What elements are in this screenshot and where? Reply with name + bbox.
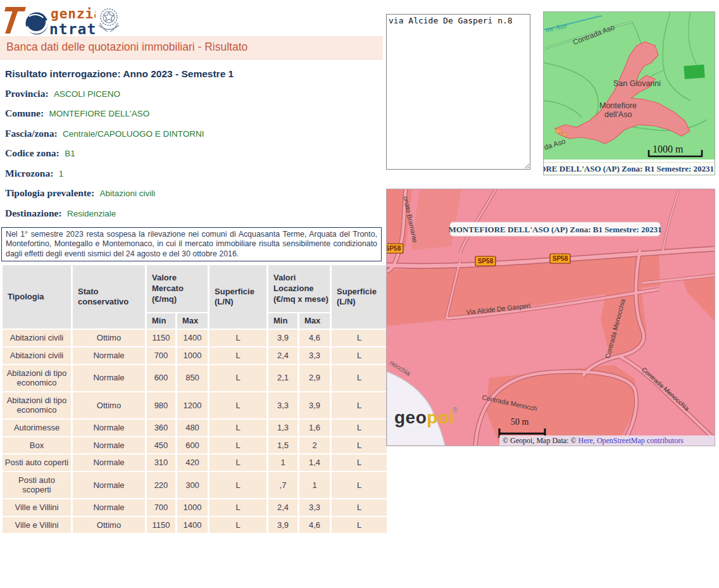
cell-superficie-2: L	[332, 330, 387, 346]
cell-stato-conservativo: Ottimo	[73, 330, 145, 346]
cell-tipologia: Ville e Villini	[3, 517, 71, 534]
table-row: Posti auto scoperti Normale 220 300 L ,7…	[3, 472, 387, 498]
cell-valore-mercato-max: 420	[177, 454, 208, 471]
italian-republic-emblem-icon	[94, 4, 124, 35]
svg-text:SP58: SP58	[387, 245, 401, 252]
page-title-bar: Banca dati delle quotazioni immobiliari …	[0, 36, 383, 59]
cell-tipologia: Autorimesse	[3, 420, 71, 436]
agenzia-entrate-header: genzia ntrate	[0, 0, 383, 36]
cell-tipologia: Abitazioni civili	[3, 347, 71, 364]
sp58-badge: SP58	[475, 256, 496, 266]
info-field-value: Centrale/CAPOLUOGO E DINTORNI	[60, 129, 204, 139]
cell-tipologia: Ville e Villini	[3, 499, 71, 516]
cell-tipologia: Abitazioni civili	[3, 330, 71, 346]
cell-tipologia: Abitazioni di tipo economico	[3, 365, 71, 391]
result-heading: Risultato interrogazione: Anno 2023 - Se…	[5, 68, 383, 80]
cell-superficie-2: L	[332, 437, 387, 454]
cell-superficie-2: L	[332, 392, 387, 418]
info-field-row: Destinazione: Residenziale	[5, 208, 383, 220]
result-fields: Provincia: ASCOLI PICENO Comune: MONTEFI…	[5, 88, 383, 220]
agenzia-entrate-logo-icon: genzia ntrate	[4, 3, 96, 35]
cell-superficie-1: L	[209, 517, 266, 534]
cell-valore-mercato-min: 980	[147, 392, 175, 418]
overview-map-caption: MONTEFIORE DELL'ASO (AP) Zona: R1 Semest…	[544, 162, 715, 175]
table-row: Autorimesse Normale 360 480 L 1,3 1,6 L	[3, 420, 387, 436]
cell-valori-locazione-max: 3,3	[299, 347, 330, 364]
cell-stato-conservativo: Normale	[73, 437, 145, 454]
col-header-vl-min: Min	[268, 313, 297, 328]
cell-valore-mercato-max: 1200	[177, 392, 208, 418]
cell-valori-locazione-min: 1,5	[268, 437, 297, 454]
cell-valori-locazione-min: 3,9	[268, 517, 297, 534]
col-header-tipologia: Tipologia	[3, 265, 71, 328]
table-body: Abitazioni civili Ottimo 1150 1400 L 3,9…	[3, 330, 387, 533]
cell-superficie-1: L	[209, 347, 266, 364]
cell-valori-locazione-max: 4,6	[299, 330, 330, 346]
cell-valori-locazione-min: 3,9	[268, 330, 297, 346]
cell-valori-locazione-min: 2,4	[268, 347, 297, 364]
info-field-value: Residenziale	[65, 209, 116, 218]
cell-valore-mercato-max: 1400	[177, 330, 208, 346]
svg-text:geopoi: geopoi	[394, 408, 454, 427]
page-title: Banca dati delle quotazioni immobiliari …	[6, 41, 247, 53]
cell-valore-mercato-min: 360	[147, 420, 175, 436]
detail-map: MONTEFIORE DELL'ASO (AP) Zona: B1 Semest…	[386, 189, 715, 446]
table-row: Ville e Villini Normale 700 1000 L 2,4 3…	[3, 499, 387, 516]
info-field-label: Microzona:	[5, 168, 53, 178]
quotazioni-table: Tipologia Stato conservativo Valore Merc…	[1, 264, 389, 534]
table-row: Abitazioni di tipo economico Ottimo 980 …	[3, 392, 387, 418]
cell-valori-locazione-max: 1	[299, 472, 330, 498]
info-field-label: Comune:	[5, 108, 44, 118]
info-field-label: Codice zona:	[5, 147, 59, 158]
cell-valori-locazione-max: 3,9	[299, 392, 330, 418]
cell-stato-conservativo: Ottimo	[73, 392, 145, 418]
cell-valori-locazione-min: 2,4	[268, 499, 297, 516]
table-row: Abitazioni civili Normale 700 1000 L 2,4…	[3, 347, 387, 364]
openstreetmap-link[interactable]: OpenStreetMap contributors	[597, 436, 684, 445]
cell-superficie-2: L	[332, 347, 387, 364]
left-column: genzia ntrate Banca dati delle quotazion…	[0, 0, 383, 534]
detail-map-image: MONTEFIORE DELL'ASO (AP) Zona: B1 Semest…	[387, 189, 715, 446]
cell-superficie-2: L	[332, 499, 387, 516]
cell-valori-locazione-min: ,7	[268, 472, 297, 498]
detail-scale-label: 50 m	[511, 417, 529, 427]
table-row: Abitazioni di tipo economico Normale 600…	[3, 365, 387, 391]
table-row: Posti auto coperti Normale 310 420 L 1 1…	[3, 454, 387, 471]
svg-text:genzia: genzia	[51, 6, 96, 22]
info-field-label: Tipologia prevalente:	[5, 187, 94, 198]
cell-superficie-2: L	[332, 365, 387, 391]
cell-superficie-2: L	[332, 454, 387, 471]
svg-text:SP58: SP58	[553, 255, 568, 262]
cell-valori-locazione-max: 1,6	[299, 420, 330, 436]
info-field-value: B1	[62, 149, 75, 158]
cell-superficie-1: L	[209, 472, 266, 498]
sp58-badge: SP58	[387, 244, 403, 253]
table-header: Tipologia Stato conservativo Valore Merc…	[3, 265, 387, 328]
geopoi-logo: geopoi ®	[394, 406, 458, 427]
cell-superficie-1: L	[209, 392, 266, 418]
col-header-superficie-2: Superficie (L/N)	[332, 265, 387, 328]
here-link[interactable]: Here,	[578, 436, 595, 445]
table-row: Ville e Villini Ottimo 1150 1400 L 3,9 4…	[3, 517, 387, 534]
cell-valore-mercato-min: 220	[147, 472, 175, 498]
overview-scale-label: 1000 m	[653, 144, 684, 154]
info-field-row: Microzona: 1	[5, 168, 383, 180]
info-field-row: Fascia/zona: Centrale/CAPOLUOGO E DINTOR…	[5, 128, 383, 140]
info-field-row: Provincia: ASCOLI PICENO	[5, 88, 383, 100]
table-row: Box Normale 450 600 L 1,5 2 L	[3, 437, 387, 454]
cell-tipologia: Posti auto coperti	[3, 454, 71, 471]
col-header-stato: Stato conservativo	[73, 265, 145, 328]
cell-superficie-2: L	[332, 472, 387, 498]
cell-valori-locazione-max: 2	[299, 437, 330, 454]
town-label-line2: dell'Aso	[604, 110, 632, 119]
cell-stato-conservativo: Normale	[73, 472, 145, 498]
col-header-vm-max: Max	[177, 313, 208, 328]
cell-valori-locazione-min: 1,3	[268, 420, 297, 436]
cell-stato-conservativo: Normale	[73, 347, 145, 364]
cell-stato-conservativo: Normale	[73, 454, 145, 471]
cell-valori-locazione-max: 2,9	[299, 365, 330, 391]
table-row: Abitazioni civili Ottimo 1150 1400 L 3,9…	[3, 330, 387, 346]
svg-text:SP58: SP58	[478, 258, 494, 265]
info-field-label: Provincia:	[5, 88, 49, 99]
address-input[interactable]: via Alcide De Gasperi n.8	[386, 14, 530, 170]
